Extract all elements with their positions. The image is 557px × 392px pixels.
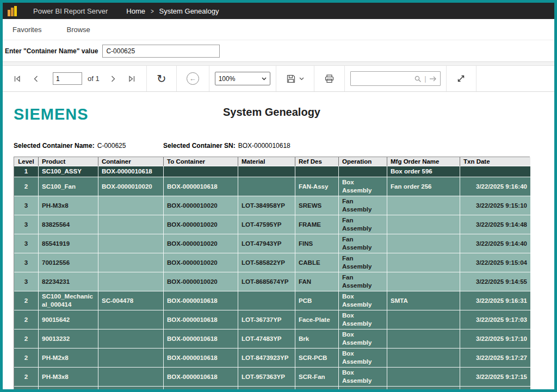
table-row: 2FLAT-M2BOX-0000010618LOT-985736YPWSRBox… [14,387,530,392]
table-row: 2SC100_Mechanical_000414SC-004478BOX-000… [14,291,530,310]
column-header-material: Material [238,157,295,166]
cell-ref_des: FINS [295,234,339,253]
cell-operation: Box Assembly [339,291,387,310]
parameter-bar: Enter "Container Name" value [3,40,554,62]
expand-diagonal-icon [456,74,466,83]
first-page-button[interactable] [8,70,27,88]
cell-product: SC100_Mechanical_000414 [39,291,98,310]
report-title: System Genealogy [14,106,530,119]
cell-material [238,177,295,196]
cell-container [98,387,164,392]
cell-product: PH-M3x8 [39,196,98,215]
cell-product: PH-M3x8 [39,368,98,387]
cell-ref_des: FAN [295,272,339,291]
back-to-parent-button[interactable]: ← [182,70,203,88]
container-name-input[interactable] [102,45,220,58]
cell-ref_des: Brk [295,329,339,349]
top-bar: Power BI Report Server Home > System Gen… [3,3,554,19]
cell-mfg_order [387,368,460,387]
cell-level: 3 [14,234,39,253]
chevron-left-icon [32,74,40,83]
cell-operation: Box Assembly [339,177,387,196]
breadcrumb-chevron-icon: > [151,7,154,15]
cell-material: LOT-8685674YP [238,272,295,291]
cell-container [98,272,164,291]
page-number-input[interactable] [53,72,82,85]
cell-ref_des: PCB [295,291,339,310]
column-header-ref_des: Ref Des [295,157,339,166]
report-toolbar: of 1 ↻ ← 100% [3,66,554,92]
save-icon [286,74,296,84]
cell-to_container: BOX-0000010618 [164,310,238,329]
cell-product: 82234231 [39,272,98,291]
cell-level: 2 [14,329,39,349]
cell-operation: Fan Assembly [339,253,387,272]
cell-txn_date: 3/22/2025 9:16:40 [460,177,530,196]
tab-browse[interactable]: Browse [66,26,90,34]
toolbar-separator [146,66,147,91]
cell-mfg_order [387,234,460,253]
cell-product: SC100_ASSY [39,166,98,177]
cell-product: SC100_Fan [39,177,98,196]
cell-mfg_order: Box order 596 [387,166,460,177]
cell-mfg_order [387,329,460,349]
breadcrumb-home[interactable]: Home [126,7,145,15]
cell-to_container: BOX-0000010020 [164,272,238,291]
tab-favorites[interactable]: Favorites [13,26,41,34]
cell-level: 2 [14,368,39,387]
export-button[interactable] [282,70,308,88]
printer-icon [324,74,335,84]
cell-to_container: BOX-0000010618 [164,177,238,196]
table-body: 1SC100_ASSYBOX-0000010618Box order 5962S… [14,166,530,392]
table-row: 382234231BOX-0000010020LOT-8685674YPFANF… [14,272,530,291]
cell-level: 2 [14,387,39,392]
cell-txn_date: 3/22/2025 9:14:55 [460,272,530,291]
cell-container [98,253,164,272]
search-input[interactable] [354,74,412,83]
cell-txn_date: 3/22/2025 9:15:04 [460,253,530,272]
cell-container [98,234,164,253]
cell-container: BOX-0000010020 [98,177,164,196]
cell-mfg_order: Fan order 256 [387,177,460,196]
toolbar-separator [344,66,345,91]
cell-ref_des [295,166,339,177]
cell-product: FLAT-M2 [39,387,98,392]
cell-ref_des: WSR [295,387,339,392]
print-button[interactable] [320,70,339,88]
breadcrumb-current: System Genealogy [159,7,219,15]
next-page-button[interactable] [104,70,122,88]
cell-level: 2 [14,177,39,196]
cell-level: 3 [14,196,39,215]
cell-ref_des: FAN-Assy [295,177,339,196]
cell-operation: Box Assembly [339,349,387,368]
search-next-icon[interactable] [429,76,437,82]
toolbar-divider [3,62,554,66]
cell-to_container: BOX-0000010020 [164,196,238,215]
fullscreen-button[interactable] [452,70,471,88]
chevron-down-icon [262,77,267,80]
cell-product: 83825564 [39,215,98,234]
cell-operation [339,166,387,177]
column-header-txn_date: Txn Date [460,157,530,166]
cell-to_container: BOX-0000010020 [164,234,238,253]
cell-to_container: BOX-0000010618 [164,291,238,310]
genealogy-table-wrap: LevelProductContainerTo ContainerMateria… [14,157,530,392]
cell-txn_date: 3/22/2025 9:14:48 [460,215,530,234]
cell-material: LOT-36737YP [238,310,295,329]
cell-to_container: BOX-0000010020 [164,215,238,234]
previous-page-button[interactable] [27,70,45,88]
chevron-right-icon [109,74,117,83]
cell-level: 1 [14,166,39,177]
search-icon[interactable] [414,75,422,83]
zoom-value: 100% [219,75,236,83]
table-row: 2SC100_FanBOX-0000010020BOX-0000010618FA… [14,177,530,196]
cell-ref_des: FRAME [295,215,339,234]
last-page-button[interactable] [122,70,141,88]
table-row: 2PH-M3x8BOX-0000010618LOT-957363YPSCR-Fa… [14,368,530,387]
table-row: 3PH-M3x8BOX-0000010020LOT-384958YPSREWSF… [14,196,530,215]
zoom-select[interactable]: 100% [215,72,270,85]
refresh-button[interactable]: ↻ [152,70,171,88]
page-count-label: of 1 [88,74,100,83]
cell-material: LOT-384958YP [238,196,295,215]
cell-material: LOT-957363YP [238,368,295,387]
